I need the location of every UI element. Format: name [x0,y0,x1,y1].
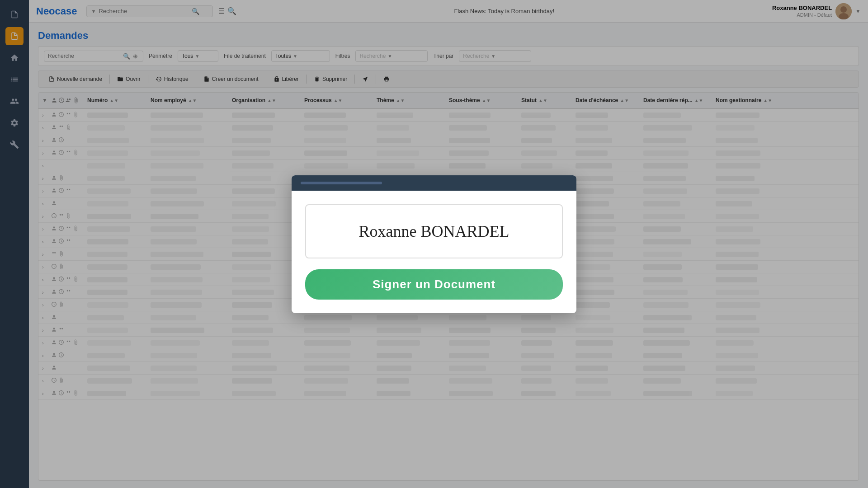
modal-header [292,175,576,191]
signature-text: Roxanne BONARDEL [359,222,509,241]
modal-body: Roxanne BONARDEL Signer un Document [292,191,576,313]
signature-modal: Roxanne BONARDEL Signer un Document [292,175,576,313]
sign-document-button[interactable]: Signer un Document [305,269,563,300]
modal-overlay[interactable]: Roxanne BONARDEL Signer un Document [0,0,868,488]
modal-header-bar [301,182,382,184]
signature-box: Roxanne BONARDEL [305,204,563,258]
